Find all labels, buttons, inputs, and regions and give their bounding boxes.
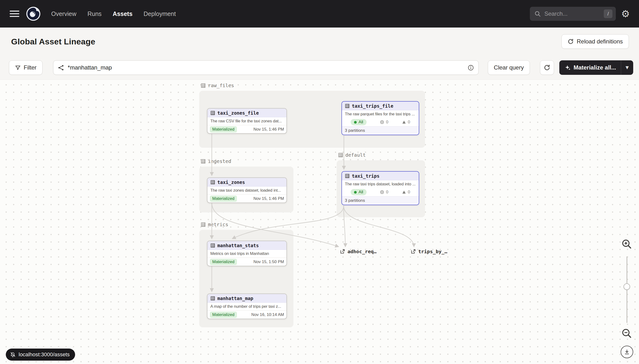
nav-item-deployment[interactable]: Deployment (144, 10, 176, 18)
clear-query-button[interactable]: Clear query (488, 60, 530, 75)
filter-funnel-icon (15, 65, 21, 70)
dagster-logo-icon (26, 6, 41, 22)
nav-item-overview[interactable]: Overview (51, 10, 76, 18)
settings-gear-button[interactable]: ⚙ (621, 9, 630, 18)
nav-item-runs[interactable]: Runs (88, 10, 102, 18)
materialized-timestamp: Nov 15, 1:50 PM (253, 260, 284, 264)
zoom-slider-thumb[interactable] (623, 284, 630, 290)
partitions-missing-count: 0 (402, 190, 410, 194)
asset-description: The raw taxi zones dataset, loaded int..… (207, 186, 286, 194)
asset-name: taxi_zones_file (217, 110, 259, 116)
partitions-all-badge: All (351, 189, 367, 195)
info-icon[interactable] (467, 64, 474, 71)
reload-icon (567, 38, 574, 45)
asset-name: taxi_trips (352, 173, 379, 178)
asset-description: Metrics on taxi trips in Manhattan (207, 250, 286, 258)
materialize-all-label: Materialize all... (573, 64, 616, 71)
reload-definitions-button[interactable]: Reload definitions (561, 34, 629, 49)
zoom-out-button[interactable] (621, 328, 632, 340)
asset-description: The raw parquet files for the taxi trips… (342, 110, 419, 118)
asset-description: The raw taxi trips dataset, loaded into … (342, 180, 419, 188)
asset-selection-input[interactable] (68, 64, 467, 71)
circle-status-icon (380, 120, 384, 124)
materialized-badge: Materialized (210, 196, 237, 202)
asset-name: manhattan_map (217, 296, 253, 301)
materialized-badge: Materialized (210, 126, 237, 132)
partitions-count-label: 3 partitions (342, 196, 419, 205)
hamburger-menu-button[interactable] (10, 10, 19, 18)
main-nav: Overview Runs Assets Deployment (51, 10, 187, 18)
download-image-button[interactable] (621, 346, 633, 358)
external-link-icon (410, 248, 416, 254)
triangle-status-icon (402, 190, 406, 194)
gear-icon: ⚙ (621, 8, 630, 19)
refresh-query-button[interactable] (540, 60, 554, 75)
table-icon (210, 180, 215, 185)
asset-description: A map of the number of trips per taxi z.… (207, 303, 286, 310)
op-selector-icon (58, 64, 64, 71)
page-title: Global Asset Lineage (11, 37, 95, 46)
table-icon (210, 110, 215, 116)
external-node-label: trips_by_… (418, 248, 447, 254)
asset-node-taxi-zones[interactable]: taxi_zones The raw taxi zones dataset, l… (207, 178, 287, 203)
triangle-status-icon (402, 120, 406, 124)
asset-node-taxi-trips-file[interactable]: taxi_trips_file The raw parquet files fo… (341, 101, 419, 135)
table-icon (210, 296, 215, 301)
zoom-in-button[interactable] (621, 238, 632, 250)
asset-name: manhattan_stats (217, 243, 259, 248)
asset-name: taxi_trips_file (352, 103, 393, 108)
green-dot-icon (354, 191, 357, 194)
filter-button[interactable]: Filter (9, 60, 43, 75)
partitions-count-label: 3 partitions (342, 126, 419, 135)
asset-name: taxi_zones (217, 180, 245, 185)
refresh-icon (544, 64, 550, 71)
materialized-timestamp: Nov 15, 1:46 PM (253, 196, 284, 201)
materialized-timestamp: Nov 15, 1:46 PM (253, 127, 284, 132)
green-dot-icon (354, 121, 357, 124)
external-node-trips-by[interactable]: trips_by_… (410, 248, 447, 254)
page-header: Global Asset Lineage Reload definitions … (0, 28, 639, 80)
zoom-in-icon (621, 238, 632, 250)
clear-query-label: Clear query (494, 64, 524, 71)
materialized-timestamp: Nov 16, 10:14 AM (251, 312, 284, 317)
materialize-all-button[interactable]: Materialize all... ▼ (559, 60, 633, 75)
materialized-badge: Materialized (210, 259, 237, 265)
notifications-off-icon (10, 352, 16, 358)
table-icon (345, 104, 350, 108)
sparkle-icon (565, 65, 571, 71)
partitions-missing-count: 0 (402, 120, 410, 124)
partitions-all-badge: All (351, 119, 367, 125)
external-node-label: adhoc_req… (348, 248, 376, 254)
nav-item-assets[interactable]: Assets (113, 10, 133, 18)
asset-node-taxi-trips[interactable]: taxi_trips The raw taxi trips dataset, l… (341, 171, 419, 205)
asset-description: The raw CSV file for the taxi zones dat.… (207, 117, 286, 125)
download-icon (623, 348, 630, 355)
table-icon (210, 243, 215, 248)
status-url-text: localhost:3000/assets (19, 352, 70, 358)
reload-definitions-label: Reload definitions (577, 38, 623, 45)
circle-status-icon (380, 190, 384, 194)
asset-node-manhattan-map[interactable]: manhattan_map A map of the number of tri… (207, 294, 287, 319)
search-icon (534, 10, 541, 17)
partitions-failed-count: 0 (380, 190, 388, 194)
asset-node-taxi-zones-file[interactable]: taxi_zones_file The raw CSV file for the… (207, 108, 287, 134)
filter-label: Filter (24, 64, 37, 71)
materialized-badge: Materialized (210, 312, 237, 318)
table-icon (345, 174, 350, 178)
asset-selection-box (53, 60, 479, 75)
search-shortcut-badge: / (604, 10, 612, 18)
top-navbar: Overview Runs Assets Deployment / ⚙ (0, 0, 639, 28)
dagster-logo (26, 6, 41, 22)
lineage-toolbar: Filter Clear query (9, 60, 633, 75)
search-input[interactable] (544, 10, 604, 17)
external-link-icon (340, 248, 345, 254)
external-node-adhoc-request[interactable]: adhoc_req… (340, 248, 376, 254)
zoom-out-icon (621, 328, 632, 339)
global-search[interactable]: / (530, 7, 616, 21)
status-url-pill: localhost:3000/assets (6, 348, 75, 360)
partitions-failed-count: 0 (380, 120, 388, 124)
asset-node-manhattan-stats[interactable]: manhattan_stats Metrics on taxi trips in… (207, 241, 287, 266)
chevron-down-icon[interactable]: ▼ (621, 64, 633, 71)
